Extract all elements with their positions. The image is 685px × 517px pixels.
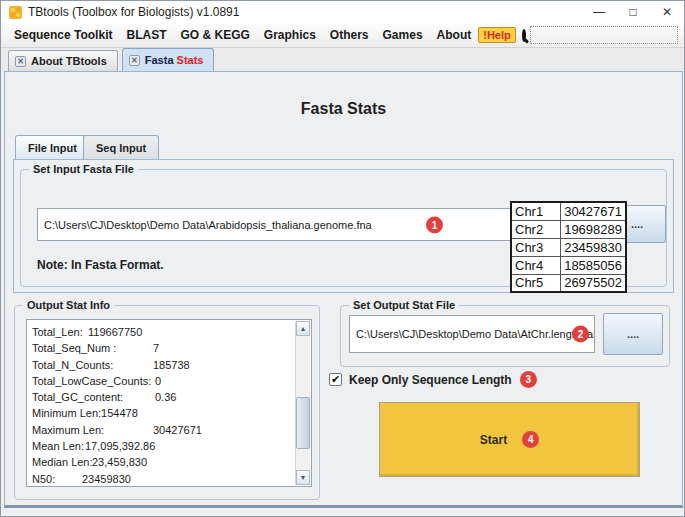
start-button-label: Start [480,433,507,447]
fasta-format-note: Note: In Fasta Format. [37,258,164,272]
output-path-field[interactable]: C:\Users\CJ\Desktop\Demo Data\AtChr.leng… [349,315,595,353]
tab-fasta-stats[interactable]: ✕ Fasta Stats [122,48,215,71]
subtab-file-input[interactable]: File Input [15,135,90,159]
output-stat-info-group: Output Stat Info Total_Len:119667750 Tot… [14,305,320,500]
menu-others[interactable]: Others [323,28,376,42]
scroll-up-icon[interactable]: ▲ [296,321,310,336]
chr-length-table: Chr130427671 Chr219698289 Chr323459830 C… [510,201,627,293]
keep-only-length-row: ✔ Keep Only Sequence Length 3 [329,371,537,388]
tab-about-tbtools[interactable]: ✕ About TBtools [8,50,118,71]
stat-row: Total_N_Counts:185738 [32,357,311,373]
menu-games[interactable]: Games [376,28,430,42]
search-input[interactable] [530,26,678,44]
search-icon[interactable] [522,29,526,42]
group-title: Set Input Fasta File [29,163,138,175]
output-browse-button[interactable]: .... [603,313,663,355]
stat-row: Total_GC_content:0.36 [32,389,311,405]
stat-row: Maximum Len:30427671 [32,422,311,438]
stat-row: N50:23459830 [32,471,311,487]
annotation-badge-2: 2 [572,326,589,343]
minimize-button[interactable]: — [582,1,616,23]
table-row: Chr323459830 [511,238,626,256]
tbtools-logo-icon [9,6,22,19]
stat-row: Total_Len:119667750 [32,324,311,340]
menu-graphics[interactable]: Graphics [257,28,323,42]
menu-bar: Sequence Toolkit BLAST GO & KEGG Graphic… [1,23,684,48]
table-row: Chr219698289 [511,220,626,238]
subtab-seq-input[interactable]: Seq Input [83,135,159,159]
table-row: Chr526975502 [511,274,626,292]
stat-row: Median Len:23,459,830 [32,454,311,470]
annotation-badge-1: 1 [426,216,443,233]
output-path-value: C:\Users\CJ\Desktop\Demo Data\AtChr.leng… [356,328,595,340]
tab-label: About TBtools [31,55,107,67]
stat-row: Total_Seq_Num :7 [32,340,311,356]
table-row: Chr130427671 [511,202,626,220]
set-output-stat-file-group: Set Output Stat File C:\Users\CJ\Desktop… [340,305,670,367]
annotation-badge-4: 4 [522,431,539,448]
main-tab-strip: ✕ About TBtools ✕ Fasta Stats [1,48,684,71]
close-button[interactable]: ✕ [650,1,684,23]
start-button[interactable]: Start 4 [379,402,640,477]
help-button[interactable]: !Help [478,27,516,43]
stat-output-textarea[interactable]: Total_Len:119667750 Total_Seq_Num :7 Tot… [26,319,312,487]
title-bar: TBtools (Toolbox for Biologists) v1.0891… [1,1,684,23]
page-title: Fasta Stats [5,100,682,118]
vertical-scrollbar[interactable]: ▲ ▼ [295,321,310,485]
scroll-down-icon[interactable]: ▼ [296,470,310,485]
stat-row: Mean Len:17,095,392.86 [32,438,311,454]
stat-row: Total_LowCase_Counts:0 [32,373,311,389]
menu-blast[interactable]: BLAST [119,28,173,42]
input-fasta-path-value: C:\Users\CJ\Desktop\Demo Data\Arabidopsi… [44,219,372,231]
tab-label: Fasta Stats [145,54,204,66]
stat-row: Minimum Len:154478 [32,405,311,421]
group-title: Output Stat Info [23,299,114,311]
menu-go-kegg[interactable]: GO & KEGG [173,28,256,42]
keep-only-length-label: Keep Only Sequence Length [349,373,512,387]
scrollbar-thumb[interactable] [296,397,310,449]
table-row: Chr418585056 [511,256,626,274]
close-tab-icon[interactable]: ✕ [129,55,140,66]
close-tab-icon[interactable]: ✕ [15,56,26,67]
maximize-button[interactable]: □ [616,1,650,23]
menu-about[interactable]: About [430,28,479,42]
annotation-badge-3: 3 [520,371,537,388]
app-window: TBtools (Toolbox for Biologists) v1.0891… [0,0,685,517]
menu-sequence-toolkit[interactable]: Sequence Toolkit [7,28,119,42]
keep-only-length-checkbox[interactable]: ✔ [329,373,342,386]
window-title: TBtools (Toolbox for Biologists) v1.0891 [28,5,239,19]
group-title: Set Output Stat File [349,299,459,311]
